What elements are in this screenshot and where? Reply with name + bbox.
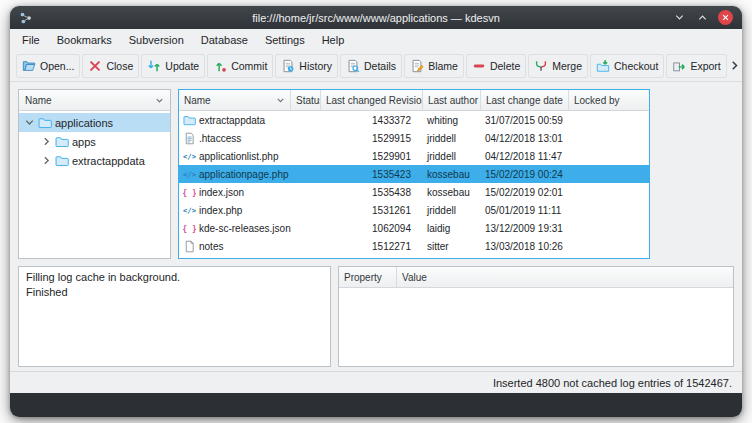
collapse-icon[interactable] xyxy=(41,155,52,166)
file-row-extractappdata[interactable]: extractappdata1433372whiting31/07/2015 0… xyxy=(179,111,649,129)
menu-subversion[interactable]: Subversion xyxy=(122,32,191,48)
file-row-applicationpage-php[interactable]: </>applicationpage.php1535423kossebau15/… xyxy=(179,165,649,183)
column-header-last-change-date[interactable]: Last change date xyxy=(481,90,569,110)
column-header-name[interactable]: Name xyxy=(179,90,291,110)
toolbar-button-details[interactable]: Details xyxy=(340,54,402,78)
file-date-cell: 04/12/2018 13:01 xyxy=(481,129,569,147)
file-status-cell xyxy=(291,219,321,237)
file-name-cell: { }index.json xyxy=(179,183,291,201)
file-row-applicationlist-php[interactable]: </>applicationlist.php1529901jriddell04/… xyxy=(179,147,649,165)
file-locked-by-cell xyxy=(569,201,649,219)
file-name-cell: </>applicationpage.php xyxy=(179,165,291,183)
property-column-header[interactable]: Property xyxy=(339,267,397,287)
file-date-cell: 15/02/2019 02:01 xyxy=(481,183,569,201)
toolbar-button-update[interactable]: Update xyxy=(141,54,205,78)
sort-indicator-icon xyxy=(276,96,285,105)
tree-item-applications[interactable]: applications xyxy=(19,113,170,132)
file-revision-cell: 1512271 xyxy=(321,237,423,255)
svg-text:</>: </> xyxy=(183,170,196,179)
toolbar-button-history[interactable]: History xyxy=(275,54,338,78)
file-name-cell: </>applicationlist.php xyxy=(179,147,291,165)
code-file-icon: </> xyxy=(183,168,196,181)
toolbar-button-open[interactable]: Open... xyxy=(16,54,80,78)
file-list-header: NameStatusLast changed RevisionLast auth… xyxy=(179,90,649,111)
value-column-header[interactable]: Value xyxy=(397,267,733,287)
svg-text:</>: </> xyxy=(183,206,196,215)
toolbar-button-label: History xyxy=(299,60,332,72)
top-split: Name applicationsappsextractappdata Name… xyxy=(18,89,734,259)
properties-panel: Property Value xyxy=(338,266,734,367)
menu-file[interactable]: File xyxy=(15,32,47,48)
toolbar-button-label: Blame xyxy=(428,60,458,72)
status-bar: Inserted 4800 not cached log entries of … xyxy=(10,371,742,393)
column-header-label: Last change date xyxy=(486,95,563,106)
tree-item-extractappdata[interactable]: extractappdata xyxy=(19,151,170,170)
column-header-label: Name xyxy=(184,95,211,106)
folder-icon xyxy=(55,154,69,168)
file-status-cell xyxy=(291,183,321,201)
file-row-kde-sc-releases-json[interactable]: { }kde-sc-releases.json1062094laidig13/1… xyxy=(179,219,649,237)
commit-icon xyxy=(213,59,227,73)
bottom-split: Filling log cache in background. Finishe… xyxy=(18,266,734,367)
maximize-button[interactable] xyxy=(695,11,709,25)
minimize-button[interactable] xyxy=(672,11,686,25)
file-author-cell: kossebau xyxy=(423,183,481,201)
app-icon xyxy=(19,11,33,25)
file-locked-by-cell xyxy=(569,111,649,129)
tree-column-header-name[interactable]: Name xyxy=(19,90,170,111)
menu-help[interactable]: Help xyxy=(315,32,352,48)
tree-item-label: apps xyxy=(72,136,96,148)
window-bottom-edge xyxy=(10,393,742,417)
code-file-icon: </> xyxy=(183,204,196,217)
column-header-locked-by[interactable]: Locked by xyxy=(569,90,649,110)
tree-item-apps[interactable]: apps xyxy=(19,132,170,151)
collapse-icon[interactable] xyxy=(41,136,52,147)
toolbar-button-close[interactable]: Close xyxy=(82,54,139,78)
title-bar[interactable]: file:///home/jr/src/www/www/applications… xyxy=(10,6,742,29)
tree-item-label: extractappdata xyxy=(72,155,145,167)
file-row-index-json[interactable]: { }index.json1535438kossebau15/02/2019 0… xyxy=(179,183,649,201)
column-header-label: Last changed Revision xyxy=(326,95,423,106)
toolbar-button-merge[interactable]: Merge xyxy=(528,54,588,78)
toolbar-button-delete[interactable]: Delete xyxy=(466,54,526,78)
column-header-label: Locked by xyxy=(574,95,620,106)
file-name-label: kde-sc-releases.json xyxy=(199,223,291,234)
menu-bookmarks[interactable]: Bookmarks xyxy=(50,32,119,48)
file-list-body: extractappdata1433372whiting31/07/2015 0… xyxy=(179,111,649,258)
file-name-label: applicationpage.php xyxy=(199,169,289,180)
toolbar-button-commit[interactable]: Commit xyxy=(207,54,273,78)
log-line: Finished xyxy=(26,285,323,300)
menu-database[interactable]: Database xyxy=(194,32,255,48)
json-file-icon: { } xyxy=(183,222,196,235)
toolbar-button-label: Close xyxy=(106,60,133,72)
toolbar-overflow-button[interactable] xyxy=(729,60,740,71)
tree-item-label: applications xyxy=(55,117,113,129)
expand-icon[interactable] xyxy=(24,117,35,128)
menu-settings[interactable]: Settings xyxy=(258,32,312,48)
toolbar-button-blame[interactable]: Blame xyxy=(404,54,464,78)
folder-icon xyxy=(55,135,69,149)
properties-body xyxy=(339,288,733,366)
window-controls xyxy=(672,10,733,25)
folder-open-icon xyxy=(22,59,36,73)
file-status-cell xyxy=(291,165,321,183)
column-header-status[interactable]: Status xyxy=(291,90,321,110)
kdesvn-window: file:///home/jr/src/www/www/applications… xyxy=(10,6,742,417)
file-locked-by-cell xyxy=(569,183,649,201)
close-button[interactable] xyxy=(718,10,733,25)
file-row-htaccess[interactable]: .htaccess1529915jriddell04/12/2018 13:01 xyxy=(179,129,649,147)
file-revision-cell: 1535423 xyxy=(321,165,423,183)
file-row-index-php[interactable]: </>index.php1531261jriddell05/01/2019 11… xyxy=(179,201,649,219)
file-locked-by-cell xyxy=(569,129,649,147)
file-revision-cell: 1535438 xyxy=(321,183,423,201)
checkout-icon xyxy=(596,59,610,73)
column-header-last-author[interactable]: Last author xyxy=(423,90,481,110)
toolbar-button-export[interactable]: Export xyxy=(666,54,726,78)
file-name-label: notes xyxy=(199,241,223,252)
code-file-icon: </> xyxy=(183,150,196,163)
toolbar-button-checkout[interactable]: Checkout xyxy=(590,54,664,78)
column-header-label: Last author xyxy=(428,95,478,106)
file-row-notes[interactable]: notes1512271sitter13/03/2018 10:26 xyxy=(179,237,649,255)
details-icon xyxy=(346,59,360,73)
column-header-last-changed-revision[interactable]: Last changed Revision xyxy=(321,90,423,110)
